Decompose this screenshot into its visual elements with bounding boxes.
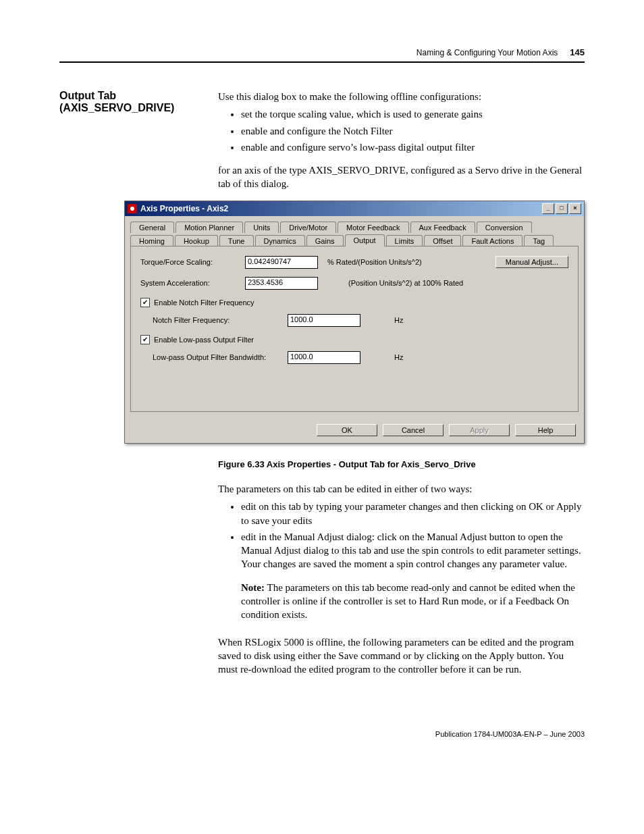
note-block: Note: The parameters on this tab become … [241,581,585,622]
note-label: Note: [241,582,265,593]
system-accel-unit: (Position Units/s^2) at 100% Rated [348,279,463,287]
tab-fault-actions[interactable]: Fault Actions [462,235,522,246]
tab-motion-planner[interactable]: Motion Planner [176,221,243,233]
tab-tag[interactable]: Tag [524,235,554,246]
intro-continuation: for an axis of the type AXIS_SERVO_DRIVE… [218,163,585,191]
system-accel-input[interactable]: 2353.4536 [245,277,318,290]
notch-checkbox-label: Enable Notch Filter Frequency [154,298,254,307]
bullet: enable and configure servo’s low-pass di… [241,140,585,154]
after-bullets: edit on this tab by typing your paramete… [218,500,585,571]
notch-freq-label: Notch Filter Frequency: [140,316,288,324]
torque-scaling-label: Torque/Force Scaling: [140,258,245,266]
manual-adjust-button[interactable]: Manual Adjust... [495,256,568,268]
help-button[interactable]: Help [515,424,576,436]
tab-panel-output: Torque/Force Scaling: 0.042490747 % Rate… [130,246,579,412]
publication-footer: Publication 1784-UM003A-EN-P – June 2003 [59,730,585,738]
torque-scaling-input[interactable]: 0.042490747 [245,256,318,269]
page-number: 145 [570,47,585,57]
note-text: The parameters on this tab become read-o… [241,582,575,621]
after-text-1: The parameters on this tab can be edited… [218,482,585,496]
titlebar: Axis Properties - Axis2 _ □ × [125,201,584,216]
tab-aux-feedback[interactable]: Aux Feedback [410,221,475,233]
section-title: Output Tab (AXIS_SERVO_DRIVE) [59,90,218,114]
bullet: edit in the Manual Adjust dialog: click … [241,530,585,571]
tab-drive-motor[interactable]: Drive/Motor [280,221,336,233]
maximize-button[interactable]: □ [556,203,568,214]
close-button[interactable]: × [569,203,581,214]
notch-freq-unit: Hz [394,316,403,324]
tab-general[interactable]: General [130,221,174,233]
bullet: enable and configure the Notch Filter [241,124,585,138]
tabs-row-1: General Motion Planner Units Drive/Motor… [130,220,579,233]
dialog-buttons: OK Cancel Apply Help [125,419,584,443]
tab-output[interactable]: Output [345,234,385,246]
torque-scaling-unit: % Rated/(Position Units/s^2) [327,258,422,266]
intro-text: Use this dialog box to make the followin… [218,91,481,102]
tab-hookup[interactable]: Hookup [175,235,218,246]
apply-button[interactable]: Apply [449,424,510,436]
tab-limits[interactable]: Limits [386,235,423,246]
minimize-button[interactable]: _ [542,203,554,214]
app-icon [128,204,137,213]
tab-motor-feedback[interactable]: Motor Feedback [338,221,408,233]
bullet: edit on this tab by typing your paramete… [241,500,585,527]
tab-dynamics[interactable]: Dynamics [255,235,305,246]
axis-properties-window: Axis Properties - Axis2 _ □ × General Mo… [124,201,585,444]
tab-conversion[interactable]: Conversion [477,221,532,233]
tab-tune[interactable]: Tune [219,235,254,246]
system-accel-label: System Acceleration: [140,279,245,287]
lowpass-bw-unit: Hz [394,353,403,361]
lowpass-checkbox-label: Enable Low-pass Output Filter [154,336,254,344]
tab-gains[interactable]: Gains [306,235,344,246]
lowpass-checkbox[interactable]: ✔ [140,335,150,344]
figure-caption: Figure 6.33 Axis Properties - Output Tab… [218,459,585,471]
notch-checkbox[interactable]: ✔ [140,298,150,307]
notch-freq-input[interactable]: 1000.0 [288,314,360,327]
after-text-2: When RSLogix 5000 is offline, the follow… [218,635,585,677]
tab-homing[interactable]: Homing [130,235,173,246]
tab-offset[interactable]: Offset [424,235,461,246]
lowpass-bw-label: Low-pass Output Filter Bandwidth: [140,353,288,361]
bullet: set the torque scaling value, which is u… [241,107,585,121]
intro-bullets: set the torque scaling value, which is u… [218,107,585,154]
page-header: Naming & Configuring Your Motion Axis 14… [59,47,585,63]
header-text: Naming & Configuring Your Motion Axis [417,48,558,57]
ok-button[interactable]: OK [317,424,377,436]
tab-units[interactable]: Units [244,221,279,233]
tabs-row-2: Homing Hookup Tune Dynamics Gains Output… [130,233,579,246]
lowpass-bw-input[interactable]: 1000.0 [288,351,360,364]
cancel-button[interactable]: Cancel [383,424,444,436]
window-title: Axis Properties - Axis2 [140,204,228,213]
